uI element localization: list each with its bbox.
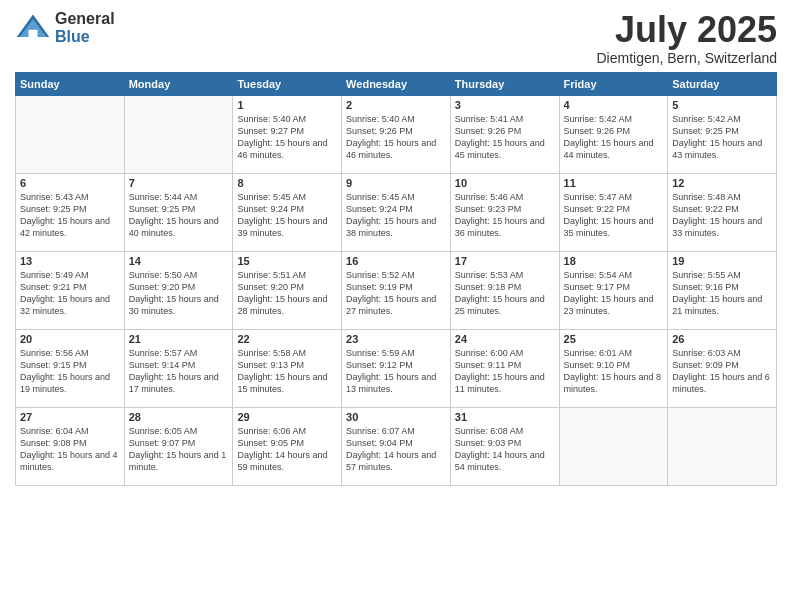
- logo-general-text: General: [55, 10, 115, 28]
- table-row: 12Sunrise: 5:48 AM Sunset: 9:22 PM Dayli…: [668, 173, 777, 251]
- day-info: Sunrise: 5:52 AM Sunset: 9:19 PM Dayligh…: [346, 269, 446, 318]
- day-number: 14: [129, 255, 229, 267]
- title-area: July 2025 Diemtigen, Bern, Switzerland: [596, 10, 777, 66]
- day-number: 23: [346, 333, 446, 345]
- day-number: 25: [564, 333, 664, 345]
- table-row: 18Sunrise: 5:54 AM Sunset: 9:17 PM Dayli…: [559, 251, 668, 329]
- table-row: 24Sunrise: 6:00 AM Sunset: 9:11 PM Dayli…: [450, 329, 559, 407]
- day-number: 15: [237, 255, 337, 267]
- day-number: 1: [237, 99, 337, 111]
- day-number: 19: [672, 255, 772, 267]
- table-row: 21Sunrise: 5:57 AM Sunset: 9:14 PM Dayli…: [124, 329, 233, 407]
- logo-text: General Blue: [55, 10, 115, 45]
- col-sunday: Sunday: [16, 72, 125, 95]
- day-info: Sunrise: 5:40 AM Sunset: 9:26 PM Dayligh…: [346, 113, 446, 162]
- day-number: 7: [129, 177, 229, 189]
- day-number: 3: [455, 99, 555, 111]
- table-row: 14Sunrise: 5:50 AM Sunset: 9:20 PM Dayli…: [124, 251, 233, 329]
- table-row: 28Sunrise: 6:05 AM Sunset: 9:07 PM Dayli…: [124, 407, 233, 485]
- logo: General Blue: [15, 10, 115, 46]
- day-info: Sunrise: 5:40 AM Sunset: 9:27 PM Dayligh…: [237, 113, 337, 162]
- day-info: Sunrise: 5:45 AM Sunset: 9:24 PM Dayligh…: [346, 191, 446, 240]
- day-info: Sunrise: 6:04 AM Sunset: 9:08 PM Dayligh…: [20, 425, 120, 474]
- day-info: Sunrise: 5:49 AM Sunset: 9:21 PM Dayligh…: [20, 269, 120, 318]
- day-info: Sunrise: 6:08 AM Sunset: 9:03 PM Dayligh…: [455, 425, 555, 474]
- day-number: 11: [564, 177, 664, 189]
- day-number: 16: [346, 255, 446, 267]
- day-info: Sunrise: 5:54 AM Sunset: 9:17 PM Dayligh…: [564, 269, 664, 318]
- header: General Blue July 2025 Diemtigen, Bern, …: [15, 10, 777, 66]
- day-info: Sunrise: 5:42 AM Sunset: 9:25 PM Dayligh…: [672, 113, 772, 162]
- day-info: Sunrise: 6:00 AM Sunset: 9:11 PM Dayligh…: [455, 347, 555, 396]
- day-number: 10: [455, 177, 555, 189]
- table-row: 13Sunrise: 5:49 AM Sunset: 9:21 PM Dayli…: [16, 251, 125, 329]
- day-info: Sunrise: 5:55 AM Sunset: 9:16 PM Dayligh…: [672, 269, 772, 318]
- table-row: 19Sunrise: 5:55 AM Sunset: 9:16 PM Dayli…: [668, 251, 777, 329]
- table-row: 27Sunrise: 6:04 AM Sunset: 9:08 PM Dayli…: [16, 407, 125, 485]
- day-number: 8: [237, 177, 337, 189]
- col-tuesday: Tuesday: [233, 72, 342, 95]
- day-number: 20: [20, 333, 120, 345]
- table-row: 8Sunrise: 5:45 AM Sunset: 9:24 PM Daylig…: [233, 173, 342, 251]
- day-info: Sunrise: 5:42 AM Sunset: 9:26 PM Dayligh…: [564, 113, 664, 162]
- table-row: 1Sunrise: 5:40 AM Sunset: 9:27 PM Daylig…: [233, 95, 342, 173]
- table-row: [124, 95, 233, 173]
- day-info: Sunrise: 5:56 AM Sunset: 9:15 PM Dayligh…: [20, 347, 120, 396]
- day-number: 12: [672, 177, 772, 189]
- day-info: Sunrise: 5:47 AM Sunset: 9:22 PM Dayligh…: [564, 191, 664, 240]
- logo-blue-text: Blue: [55, 28, 115, 46]
- day-number: 27: [20, 411, 120, 423]
- day-info: Sunrise: 6:06 AM Sunset: 9:05 PM Dayligh…: [237, 425, 337, 474]
- day-number: 13: [20, 255, 120, 267]
- table-row: 11Sunrise: 5:47 AM Sunset: 9:22 PM Dayli…: [559, 173, 668, 251]
- day-info: Sunrise: 6:01 AM Sunset: 9:10 PM Dayligh…: [564, 347, 664, 396]
- table-row: 2Sunrise: 5:40 AM Sunset: 9:26 PM Daylig…: [342, 95, 451, 173]
- month-title: July 2025: [596, 10, 777, 50]
- svg-rect-2: [29, 30, 38, 37]
- table-row: 3Sunrise: 5:41 AM Sunset: 9:26 PM Daylig…: [450, 95, 559, 173]
- day-number: 26: [672, 333, 772, 345]
- table-row: 26Sunrise: 6:03 AM Sunset: 9:09 PM Dayli…: [668, 329, 777, 407]
- table-row: 5Sunrise: 5:42 AM Sunset: 9:25 PM Daylig…: [668, 95, 777, 173]
- day-info: Sunrise: 6:03 AM Sunset: 9:09 PM Dayligh…: [672, 347, 772, 396]
- table-row: 22Sunrise: 5:58 AM Sunset: 9:13 PM Dayli…: [233, 329, 342, 407]
- calendar-week-row: 6Sunrise: 5:43 AM Sunset: 9:25 PM Daylig…: [16, 173, 777, 251]
- day-info: Sunrise: 5:51 AM Sunset: 9:20 PM Dayligh…: [237, 269, 337, 318]
- table-row: 9Sunrise: 5:45 AM Sunset: 9:24 PM Daylig…: [342, 173, 451, 251]
- day-number: 4: [564, 99, 664, 111]
- day-number: 31: [455, 411, 555, 423]
- table-row: 31Sunrise: 6:08 AM Sunset: 9:03 PM Dayli…: [450, 407, 559, 485]
- logo-icon: [15, 10, 51, 46]
- day-info: Sunrise: 5:59 AM Sunset: 9:12 PM Dayligh…: [346, 347, 446, 396]
- calendar-header-row: Sunday Monday Tuesday Wednesday Thursday…: [16, 72, 777, 95]
- table-row: 25Sunrise: 6:01 AM Sunset: 9:10 PM Dayli…: [559, 329, 668, 407]
- day-number: 18: [564, 255, 664, 267]
- day-number: 28: [129, 411, 229, 423]
- table-row: 4Sunrise: 5:42 AM Sunset: 9:26 PM Daylig…: [559, 95, 668, 173]
- day-info: Sunrise: 5:53 AM Sunset: 9:18 PM Dayligh…: [455, 269, 555, 318]
- day-info: Sunrise: 5:50 AM Sunset: 9:20 PM Dayligh…: [129, 269, 229, 318]
- day-number: 22: [237, 333, 337, 345]
- day-number: 6: [20, 177, 120, 189]
- day-number: 9: [346, 177, 446, 189]
- col-monday: Monday: [124, 72, 233, 95]
- table-row: 6Sunrise: 5:43 AM Sunset: 9:25 PM Daylig…: [16, 173, 125, 251]
- table-row: 29Sunrise: 6:06 AM Sunset: 9:05 PM Dayli…: [233, 407, 342, 485]
- day-info: Sunrise: 5:46 AM Sunset: 9:23 PM Dayligh…: [455, 191, 555, 240]
- table-row: 17Sunrise: 5:53 AM Sunset: 9:18 PM Dayli…: [450, 251, 559, 329]
- table-row: [559, 407, 668, 485]
- day-info: Sunrise: 5:41 AM Sunset: 9:26 PM Dayligh…: [455, 113, 555, 162]
- day-number: 29: [237, 411, 337, 423]
- day-number: 2: [346, 99, 446, 111]
- table-row: 23Sunrise: 5:59 AM Sunset: 9:12 PM Dayli…: [342, 329, 451, 407]
- day-info: Sunrise: 5:43 AM Sunset: 9:25 PM Dayligh…: [20, 191, 120, 240]
- location-subtitle: Diemtigen, Bern, Switzerland: [596, 50, 777, 66]
- day-number: 30: [346, 411, 446, 423]
- table-row: 30Sunrise: 6:07 AM Sunset: 9:04 PM Dayli…: [342, 407, 451, 485]
- page-container: General Blue July 2025 Diemtigen, Bern, …: [0, 0, 792, 496]
- table-row: 15Sunrise: 5:51 AM Sunset: 9:20 PM Dayli…: [233, 251, 342, 329]
- calendar-week-row: 1Sunrise: 5:40 AM Sunset: 9:27 PM Daylig…: [16, 95, 777, 173]
- calendar-table: Sunday Monday Tuesday Wednesday Thursday…: [15, 72, 777, 486]
- col-wednesday: Wednesday: [342, 72, 451, 95]
- day-info: Sunrise: 6:05 AM Sunset: 9:07 PM Dayligh…: [129, 425, 229, 474]
